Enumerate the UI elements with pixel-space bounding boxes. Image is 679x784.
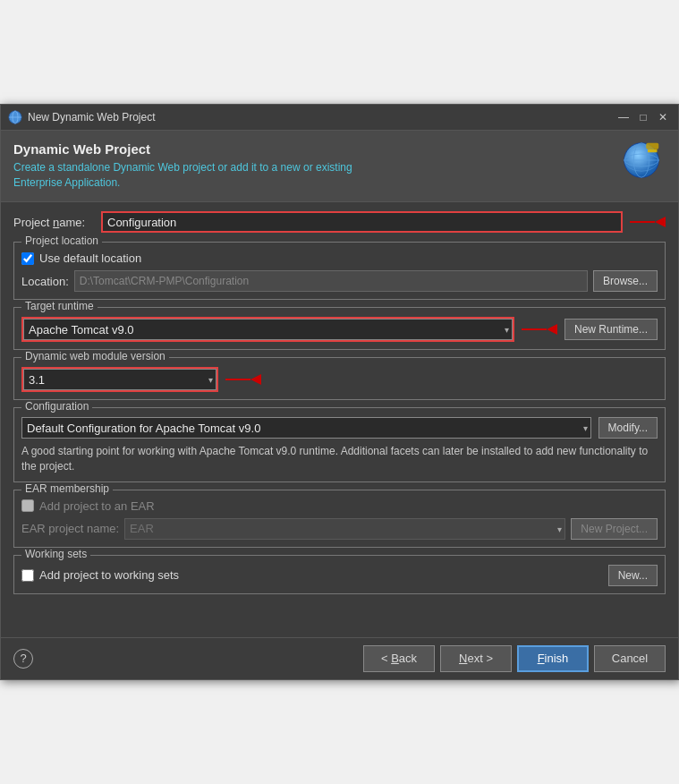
target-runtime-red-arrow xyxy=(522,324,557,335)
close-button[interactable]: ✕ xyxy=(655,110,671,124)
location-input[interactable] xyxy=(74,270,588,292)
header-icon-area xyxy=(623,141,666,184)
working-sets-new-button[interactable]: New... xyxy=(608,565,658,586)
project-name-label: Project name: xyxy=(13,216,94,229)
configuration-row: Default Configuration for Apache Tomcat … xyxy=(21,417,658,439)
target-runtime-select-wrapper: Apache Tomcat v9.0 ▾ xyxy=(21,317,514,342)
dynamic-web-module-content: 3.1 ▾ xyxy=(21,367,658,392)
configuration-legend: Configuration xyxy=(21,400,92,413)
help-button[interactable]: ? xyxy=(13,649,33,669)
configuration-group: Configuration Default Configuration for … xyxy=(13,407,666,482)
browse-button[interactable]: Browse... xyxy=(593,270,658,292)
project-location-group: Project location Use default location Lo… xyxy=(13,242,666,300)
add-to-ear-checkbox[interactable] xyxy=(21,499,34,512)
target-runtime-group: Target runtime Apache Tomcat v9.0 ▾ New … xyxy=(13,307,666,350)
target-runtime-select[interactable]: Apache Tomcat v9.0 xyxy=(23,319,513,340)
configuration-description: A good starting point for working with A… xyxy=(21,444,658,474)
dynamic-web-module-select-wrapper: 3.1 ▾ xyxy=(21,367,218,392)
new-runtime-button[interactable]: New Runtime... xyxy=(564,319,658,340)
dynamic-web-module-row: 3.1 ▾ xyxy=(21,367,658,392)
ear-project-select-wrapper: EAR ▾ xyxy=(124,518,565,540)
location-row: Location: Browse... xyxy=(21,270,658,292)
blank-area xyxy=(1,610,678,637)
globe-icon xyxy=(623,141,660,179)
modify-button[interactable]: Modify... xyxy=(598,417,658,439)
new-project-button[interactable]: New Project... xyxy=(571,518,658,540)
window-icon xyxy=(8,110,22,124)
svg-rect-9 xyxy=(648,149,658,153)
project-location-content: Use default location Location: Browse... xyxy=(21,251,658,292)
window-title: New Dynamic Web Project xyxy=(28,111,610,124)
configuration-content: Default Configuration for Apache Tomcat … xyxy=(21,417,658,474)
working-sets-legend: Working sets xyxy=(21,548,90,560)
use-default-location-row: Use default location xyxy=(21,251,658,265)
back-button[interactable]: < Back xyxy=(363,645,435,672)
configuration-select-wrapper: Default Configuration for Apache Tomcat … xyxy=(21,417,591,439)
project-name-row: Project name: xyxy=(13,211,666,233)
target-runtime-legend: Target runtime xyxy=(21,300,98,312)
dialog-window: New Dynamic Web Project — □ ✕ Dynamic We… xyxy=(0,104,679,679)
configuration-select[interactable]: Default Configuration for Apache Tomcat … xyxy=(21,417,591,439)
ear-membership-legend: EAR membership xyxy=(21,482,113,495)
use-default-location-checkbox[interactable] xyxy=(21,252,34,265)
restore-button[interactable]: □ xyxy=(635,110,651,124)
dialog-header: Dynamic Web Project Create a standalone … xyxy=(1,131,678,202)
ear-project-label: EAR project name: xyxy=(21,522,119,535)
project-name-input[interactable] xyxy=(101,211,623,233)
finish-button[interactable]: Finish xyxy=(517,645,589,672)
dialog-footer: ? < Back Next > Finish Cancel xyxy=(1,637,678,679)
dialog-title: Dynamic Web Project xyxy=(13,141,614,157)
dynamic-web-module-select[interactable]: 3.1 xyxy=(23,369,216,390)
header-text: Dynamic Web Project Create a standalone … xyxy=(13,141,614,191)
next-button[interactable]: Next > xyxy=(440,645,512,672)
working-sets-content: Add project to working sets New... xyxy=(21,565,658,586)
location-label: Location: xyxy=(21,275,69,288)
ear-membership-content: Add project to an EAR EAR project name: … xyxy=(21,499,658,540)
dynamic-web-module-red-arrow xyxy=(225,374,261,385)
project-location-legend: Project location xyxy=(21,234,102,247)
dialog-subtitle: Create a standalone Dynamic Web project … xyxy=(13,160,614,191)
target-runtime-content: Apache Tomcat v9.0 ▾ New Runtime... xyxy=(21,317,658,342)
add-to-ear-row: Add project to an EAR xyxy=(21,499,658,513)
window-controls: — □ ✕ xyxy=(615,110,671,124)
svg-rect-8 xyxy=(646,143,658,149)
add-to-working-sets-row: Add project to working sets xyxy=(21,568,179,582)
title-bar: New Dynamic Web Project — □ ✕ xyxy=(1,105,678,131)
target-runtime-row: Apache Tomcat v9.0 ▾ New Runtime... xyxy=(21,317,658,342)
use-default-location-label: Use default location xyxy=(39,251,141,265)
dynamic-web-module-group: Dynamic web module version 3.1 ▾ xyxy=(13,357,666,400)
project-name-arrow xyxy=(630,217,666,227)
project-name-wrapper xyxy=(101,211,666,233)
dialog-body: Project name: Project location Use defau… xyxy=(1,202,678,610)
working-sets-group: Working sets Add project to working sets… xyxy=(13,555,666,594)
ear-project-row: EAR project name: EAR ▾ New Project... xyxy=(21,518,658,540)
add-to-working-sets-label: Add project to working sets xyxy=(39,568,179,582)
working-sets-row: Add project to working sets New... xyxy=(21,565,658,586)
cancel-button[interactable]: Cancel xyxy=(594,645,666,672)
add-to-working-sets-checkbox[interactable] xyxy=(21,569,34,582)
minimize-button[interactable]: — xyxy=(615,110,632,124)
ear-membership-group: EAR membership Add project to an EAR EAR… xyxy=(13,490,666,548)
footer-buttons: < Back Next > Finish Cancel xyxy=(363,645,666,672)
dynamic-web-module-legend: Dynamic web module version xyxy=(21,350,169,362)
ear-project-select[interactable]: EAR xyxy=(124,518,565,540)
add-to-ear-label: Add project to an EAR xyxy=(39,499,155,513)
